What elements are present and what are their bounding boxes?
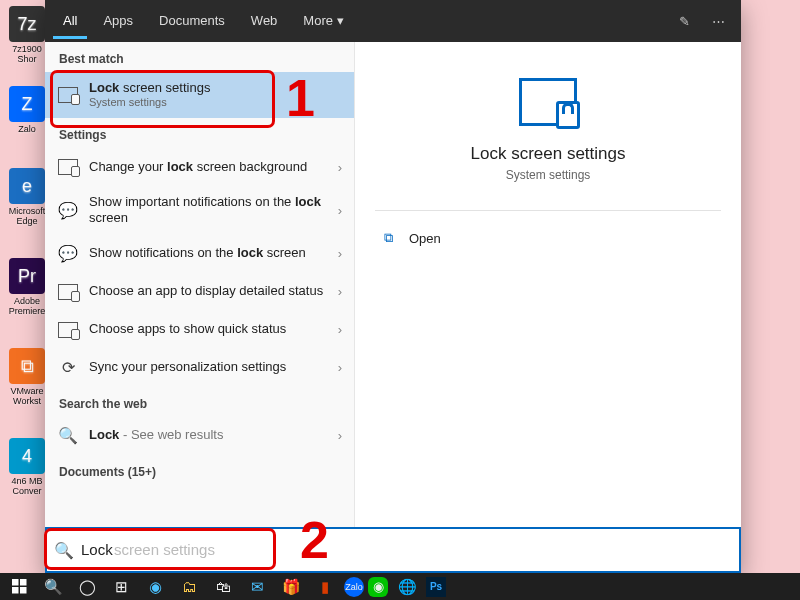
- open-icon: ⧉: [379, 229, 397, 247]
- taskbar-explorer-icon[interactable]: 🗂: [174, 573, 204, 600]
- tab-all[interactable]: All: [53, 3, 87, 39]
- result-lock-screen-settings[interactable]: Lock screen settingsSystem settings: [45, 72, 354, 118]
- section-settings: Settings: [45, 118, 354, 148]
- taskbar-photoshop-icon[interactable]: Ps: [426, 577, 446, 597]
- svg-rect-3: [20, 587, 27, 594]
- sync-icon: ⟳: [57, 357, 79, 379]
- taskbar-zalo-icon[interactable]: Zalo: [344, 577, 364, 597]
- desktop-icon[interactable]: eMicrosoft Edge: [6, 168, 48, 226]
- section-documents: Documents (15+): [45, 455, 354, 485]
- desktop-icon[interactable]: 44n6 MB Conver: [6, 438, 48, 496]
- task-view-icon[interactable]: ⊞: [106, 573, 136, 600]
- result-setting[interactable]: Choose apps to show quick status›: [45, 311, 354, 349]
- preview-title: Lock screen settings: [471, 144, 626, 164]
- lock-screen-icon: [519, 78, 577, 126]
- notification-icon: 💬: [57, 199, 79, 221]
- desktop-icon[interactable]: ⧉VMware Workst: [6, 348, 48, 406]
- tab-more[interactable]: More ▾: [293, 3, 353, 39]
- more-options-icon[interactable]: ⋯: [704, 14, 733, 29]
- taskbar-store-icon[interactable]: 🛍: [208, 573, 238, 600]
- search-input-bar[interactable]: 🔍 Lock screen settings: [45, 527, 741, 573]
- lock-screen-icon: [57, 156, 79, 178]
- taskbar: 🔍 ◯ ⊞ ◉ 🗂 🛍 ✉ 🎁 ▮ Zalo ◉ 🌐 Ps: [0, 573, 800, 600]
- taskbar-office-icon[interactable]: ▮: [310, 573, 340, 600]
- taskbar-search-icon[interactable]: 🔍: [38, 573, 68, 600]
- desktop-icon[interactable]: ZZalo: [6, 86, 48, 134]
- chevron-right-icon: ›: [338, 160, 342, 175]
- notification-icon: 💬: [57, 243, 79, 265]
- taskbar-edge-icon[interactable]: ◉: [140, 573, 170, 600]
- chevron-right-icon: ›: [338, 246, 342, 261]
- feedback-icon[interactable]: ✎: [671, 14, 698, 29]
- lock-screen-icon: [57, 84, 79, 106]
- desktop-icon[interactable]: 7z7z1900 Shor: [6, 6, 48, 64]
- search-icon: 🔍: [55, 541, 73, 560]
- tab-apps[interactable]: Apps: [93, 3, 143, 39]
- preview-subtitle: System settings: [506, 168, 591, 182]
- chevron-right-icon: ›: [338, 360, 342, 375]
- tab-documents[interactable]: Documents: [149, 3, 235, 39]
- svg-rect-2: [12, 587, 19, 594]
- chevron-right-icon: ›: [338, 284, 342, 299]
- tab-web[interactable]: Web: [241, 3, 288, 39]
- action-open[interactable]: ⧉ Open: [375, 217, 721, 259]
- chevron-right-icon: ›: [338, 322, 342, 337]
- result-setting[interactable]: Choose an app to display detailed status…: [45, 273, 354, 311]
- taskbar-chrome-icon[interactable]: 🌐: [392, 573, 422, 600]
- lock-screen-icon: [57, 319, 79, 341]
- lock-screen-icon: [57, 281, 79, 303]
- section-best-match: Best match: [45, 42, 354, 72]
- search-window: All Apps Documents Web More ▾ ✎ ⋯ Best m…: [45, 0, 741, 573]
- results-list: Best match Lock screen settingsSystem se…: [45, 42, 355, 527]
- search-icon: 🔍: [57, 425, 79, 447]
- result-setting[interactable]: Change your lock screen background›: [45, 148, 354, 186]
- result-web[interactable]: 🔍Lock - See web results›: [45, 417, 354, 455]
- result-setting[interactable]: 💬Show important notifications on the loc…: [45, 186, 354, 235]
- start-button[interactable]: [4, 573, 34, 600]
- result-setting[interactable]: 💬Show notifications on the lock screen›: [45, 235, 354, 273]
- cortana-icon[interactable]: ◯: [72, 573, 102, 600]
- svg-rect-1: [20, 579, 27, 586]
- chevron-right-icon: ›: [338, 203, 342, 218]
- result-setting[interactable]: ⟳Sync your personalization settings›: [45, 349, 354, 387]
- desktop-icon[interactable]: PrAdobe Premiere: [6, 258, 48, 316]
- taskbar-line-icon[interactable]: ◉: [368, 577, 388, 597]
- search-tabs: All Apps Documents Web More ▾ ✎ ⋯: [45, 0, 741, 42]
- preview-pane: Lock screen settings System settings ⧉ O…: [355, 42, 741, 527]
- taskbar-app-icon[interactable]: 🎁: [276, 573, 306, 600]
- svg-rect-0: [12, 579, 19, 586]
- section-search-web: Search the web: [45, 387, 354, 417]
- chevron-right-icon: ›: [338, 428, 342, 443]
- taskbar-mail-icon[interactable]: ✉: [242, 573, 272, 600]
